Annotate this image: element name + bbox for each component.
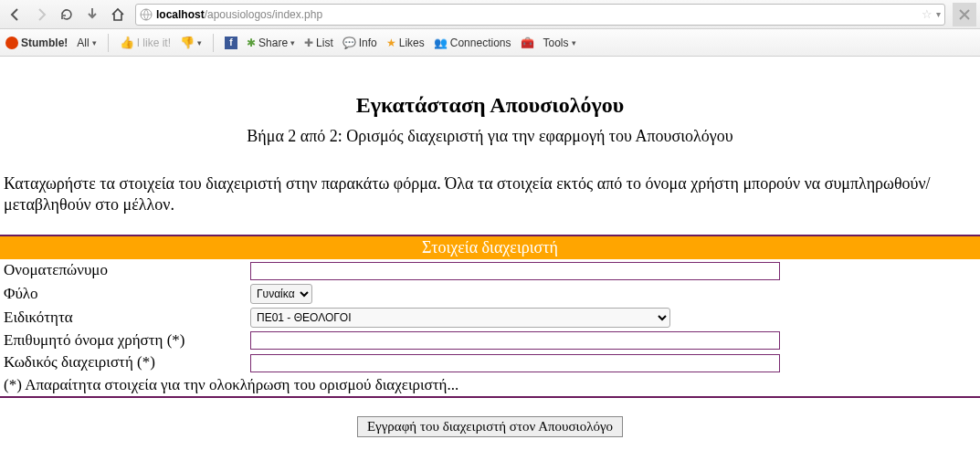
- username-label: Επιθυμητό όνομα χρήστη (*): [0, 330, 247, 352]
- forward-button[interactable]: [29, 3, 53, 26]
- bookmark-star-icon[interactable]: ☆: [922, 7, 933, 21]
- dropdown-icon[interactable]: ▾: [936, 9, 941, 19]
- submit-area: Εγγραφή του διαχειριστή στον Απουσιολόγο: [0, 416, 980, 437]
- instructions-text: Καταχωρήστε τα στοιχεία του διαχειριστή …: [0, 173, 980, 215]
- gender-select[interactable]: Γυναίκα: [250, 284, 312, 304]
- list-button[interactable]: ✚ List: [304, 37, 333, 49]
- bookmark-toolbar: Stumble! All▾ 👍 I like it! 👎 ▾ f ✱ Share…: [0, 29, 980, 57]
- page-subtitle: Βήμα 2 από 2: Ορισμός διαχειριστή για τη…: [0, 127, 980, 146]
- list-icon: ✚: [304, 37, 313, 49]
- password-input[interactable]: [250, 354, 780, 372]
- connections-button[interactable]: 👥 Connections: [434, 37, 511, 49]
- submit-button[interactable]: Εγγραφή του διαχειριστή στον Απουσιολόγο: [357, 416, 623, 437]
- site-identity-icon: [140, 8, 153, 21]
- username-input[interactable]: [250, 331, 780, 350]
- facebook-button[interactable]: f: [225, 37, 237, 49]
- all-dropdown[interactable]: All▾: [77, 37, 96, 49]
- fullname-label: Ονοματεπώνυμο: [0, 259, 247, 282]
- admin-form-section: Στοιχεία διαχειριστή Ονοματεπώνυμο Φύλο …: [0, 235, 980, 398]
- url-bar[interactable]: localhost/apousiologos/index.php ☆ ▾: [135, 4, 945, 26]
- section-header: Στοιχεία διαχειριστή: [0, 236, 980, 259]
- admin-form-table: Ονοματεπώνυμο Φύλο Γυναίκα Ειδικότητα ΠΕ…: [0, 259, 980, 396]
- share-dropdown[interactable]: ✱ Share▾: [247, 37, 295, 49]
- people-icon: 👥: [434, 37, 448, 49]
- tools-icon: 🧰: [521, 37, 534, 49]
- page-title: Εγκατάσταση Απουσιολόγου: [0, 93, 980, 118]
- reload-button[interactable]: [55, 3, 79, 26]
- page-content: Εγκατάσταση Απουσιολόγου Βήμα 2 από 2: Ο…: [0, 57, 980, 465]
- stumbleupon-icon: [5, 37, 18, 49]
- back-button[interactable]: [4, 3, 27, 26]
- thumb-down-button[interactable]: 👎 ▾: [180, 36, 202, 49]
- stumble-button[interactable]: Stumble!: [5, 37, 68, 49]
- likes-button[interactable]: ★ Likes: [386, 37, 425, 49]
- separator: [213, 34, 214, 52]
- thumb-down-icon: 👎: [180, 36, 195, 49]
- specialty-label: Ειδικότητα: [0, 306, 247, 330]
- url-text: localhost/apousiologos/index.php: [156, 8, 918, 21]
- home-button[interactable]: [106, 3, 130, 26]
- info-icon: 💬: [342, 37, 356, 49]
- thumb-up-button[interactable]: 👍 I like it!: [120, 36, 171, 49]
- download-button[interactable]: [80, 3, 104, 26]
- facebook-icon: f: [225, 37, 237, 49]
- password-label: Κωδικός διαχειριστή (*): [0, 351, 247, 374]
- star-icon: ★: [386, 37, 396, 49]
- info-button[interactable]: 💬 Info: [342, 37, 377, 49]
- required-note: (*) Απαραίτητα στοιχεία για την ολοκλήρω…: [0, 374, 980, 396]
- tools-misc-icon[interactable]: 🧰: [521, 37, 534, 49]
- close-panel-button[interactable]: [953, 3, 976, 26]
- tools-dropdown[interactable]: Tools▾: [543, 37, 576, 49]
- gender-label: Φύλο: [0, 282, 247, 306]
- separator: [108, 34, 109, 52]
- share-icon: ✱: [247, 37, 256, 49]
- fullname-input[interactable]: [250, 262, 780, 280]
- browser-nav-toolbar: localhost/apousiologos/index.php ☆ ▾: [0, 0, 980, 29]
- specialty-select[interactable]: ΠΕ01 - ΘΕΟΛΟΓΟΙ: [250, 308, 670, 328]
- thumb-up-icon: 👍: [120, 36, 134, 49]
